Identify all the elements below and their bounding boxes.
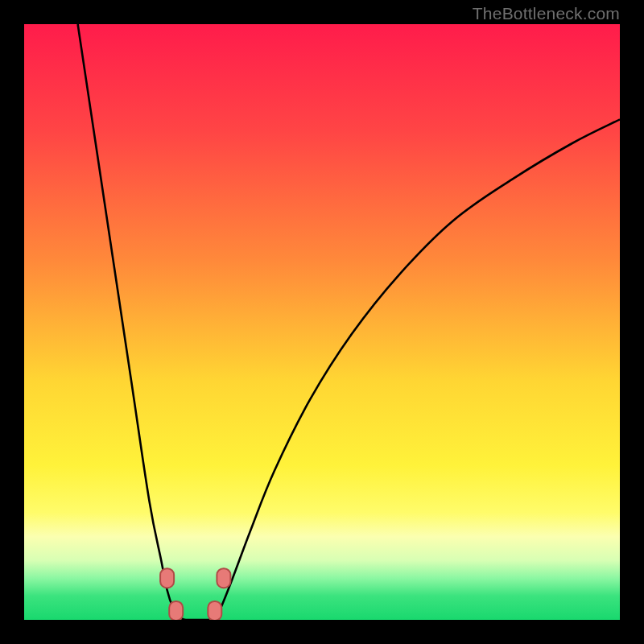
bottleneck-curve [24,24,620,620]
sweet-spot-marker [160,568,174,588]
curve-left-branch [78,24,185,620]
sweet-spot-marker [217,568,230,588]
sweet-spot-marker [208,601,221,620]
plot-area [24,24,620,620]
watermark-text: TheBottleneck.com [473,4,620,23]
curve-right-branch [208,119,620,620]
chart-frame: TheBottleneck.com [0,0,644,644]
sweet-spot-markers [160,568,230,620]
sweet-spot-marker [169,601,183,620]
